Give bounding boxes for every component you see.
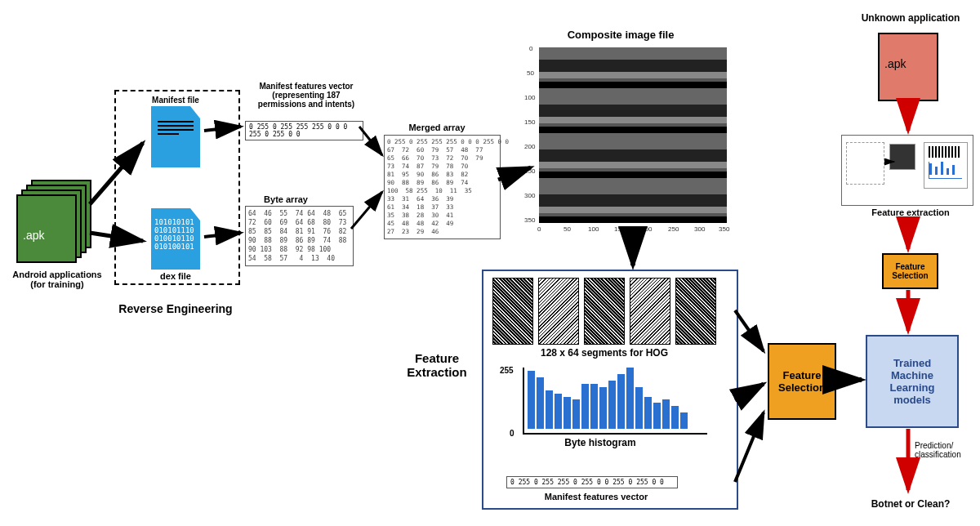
byte-histogram	[523, 368, 707, 435]
unknown-apk: .apk	[878, 33, 938, 101]
histogram-bar	[572, 399, 580, 429]
y-tick-1: 50	[527, 69, 534, 77]
y-tick-0: 0	[529, 45, 532, 52]
histogram-bar	[617, 374, 625, 429]
feature-selection-label: Feature Selection	[778, 369, 826, 394]
x-tick-3: 150	[614, 225, 625, 233]
feature-extraction-mini-label: Feature extraction	[862, 207, 960, 217]
histogram-bar	[581, 384, 589, 429]
prediction-label: Prediction/ classification	[915, 441, 980, 459]
y-tick-7: 350	[524, 216, 535, 224]
x-tick-1: 50	[564, 225, 571, 233]
unknown-app-label: Unknown application	[849, 12, 972, 24]
feature-extraction-mini-box	[841, 135, 973, 206]
hist-ymax: 255	[500, 366, 514, 375]
byte-array-label: Byte array	[253, 194, 318, 204]
feature-extraction-label: Feature Extraction	[396, 351, 478, 379]
histogram-bar	[546, 390, 553, 429]
svg-line-10	[735, 412, 764, 482]
y-tick-5: 250	[524, 167, 535, 175]
manifest-vec-title: Manifest features vector (representing 1…	[245, 82, 368, 109]
apk-label: .apk	[23, 229, 44, 242]
manifest-file-icon	[151, 106, 200, 167]
x-tick-2: 100	[588, 225, 599, 233]
composite-image	[539, 47, 727, 223]
merged-array-table: 0 255 0 255 255 255 0 0 0 255 0 0 67 72 …	[384, 135, 501, 239]
trained-models-label: Trained Machine Learning models	[890, 357, 935, 406]
byte-array-table: 64 46 55 74 64 48 65 72 60 69 64 68 80 7…	[245, 206, 354, 266]
feature-selection-box: Feature Selection	[768, 343, 836, 420]
feature-selection-small-label: Feature Selection	[892, 262, 928, 280]
y-tick-3: 150	[524, 118, 535, 126]
svg-line-5	[351, 192, 382, 229]
histogram-bar	[555, 394, 562, 429]
dex-bits: 101010101 010101110 010010110 010100101	[151, 208, 200, 261]
botnet-label: Botnet or Clean?	[862, 498, 960, 510]
histogram-bar	[608, 381, 616, 429]
x-tick-4: 200	[641, 225, 652, 233]
svg-line-9	[735, 384, 764, 400]
histogram-bar	[626, 368, 634, 429]
x-tick-0: 0	[537, 225, 541, 233]
hist-ymin: 0	[510, 429, 514, 438]
y-tick-6: 300	[524, 192, 535, 199]
dex-file-icon: 101010101 010101110 010010110 010100101	[151, 208, 200, 270]
unknown-apk-text: .apk	[884, 57, 906, 70]
y-tick-2: 100	[524, 94, 535, 101]
byte-histogram-label: Byte histogram	[539, 437, 662, 448]
histogram-bar	[564, 397, 571, 429]
svg-line-8	[735, 310, 764, 351]
x-tick-5: 250	[668, 225, 679, 233]
composite-label: Composite image file	[547, 29, 694, 41]
android-training-label: Android applications (for training)	[0, 270, 114, 289]
hog-label: 128 x 64 segments for HOG	[490, 347, 719, 359]
y-tick-4: 200	[524, 143, 535, 150]
manifest-file-label: Manifest file	[143, 96, 208, 105]
hog-segments	[490, 278, 719, 346]
histogram-bar	[528, 371, 535, 429]
manifest-vector-top: 0 255 0 255 255 255 0 0 0 255 0 255 0 0	[245, 121, 363, 140]
merged-array-label: Merged array	[400, 123, 474, 132]
manifest-vec-bottom-label: Manifest features vector	[514, 492, 678, 501]
histogram-bar	[671, 406, 679, 429]
x-tick-6: 300	[694, 225, 705, 233]
histogram-bar	[644, 397, 652, 429]
histogram-bar	[662, 399, 670, 429]
histogram-bar	[680, 412, 688, 429]
manifest-vector-bottom: 0 255 0 255 255 0 255 0 0 255 0 255 0 0	[506, 476, 678, 488]
histogram-bar	[599, 387, 607, 429]
trained-models-box: Trained Machine Learning models	[866, 335, 959, 428]
histogram-bar	[635, 387, 643, 429]
histogram-bar	[537, 377, 544, 429]
dex-file-label: dex file	[151, 271, 200, 281]
reverse-engineering-label: Reverse Engineering	[110, 302, 241, 315]
histogram-bar	[590, 384, 598, 429]
feature-selection-small-box: Feature Selection	[882, 253, 938, 289]
x-tick-7: 350	[719, 225, 729, 233]
histogram-bar	[653, 403, 661, 429]
